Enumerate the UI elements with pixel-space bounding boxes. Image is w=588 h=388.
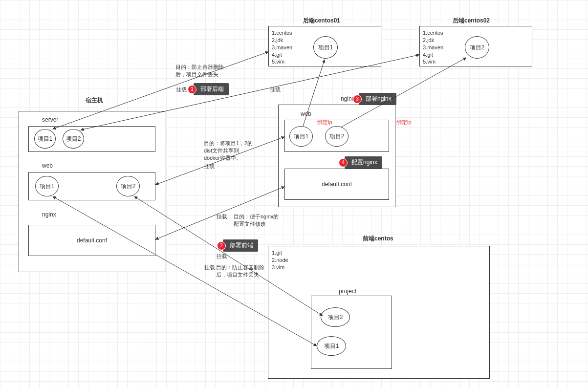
host-default-conf-box: default.conf <box>28 225 155 256</box>
backend1-list: 1.centos 2.jdk 3.maven 4.git 5.vim <box>272 29 292 65</box>
callout-deploy-backend: 1 部署后端 <box>188 83 229 95</box>
frontend-list: 1.git 2.node 3.vim <box>272 249 288 271</box>
backend1-title: 后端centos01 <box>303 17 340 25</box>
mount-label-2: 挂载 <box>270 86 281 93</box>
host-web-project1: 项目1 <box>35 176 59 196</box>
note-dist-share: 目的：将项目1，2的 dist文件共享到 docker容器中。 <box>204 140 253 162</box>
host-web-project2: 项目2 <box>116 176 140 196</box>
diagram-canvas: 宿主机 server 项目1 项目2 web 项目1 项目2 nginx def… <box>0 0 588 388</box>
mount-label-3: 挂载 <box>204 163 215 170</box>
host-server-project1: 项目1 <box>34 129 56 149</box>
nginx-project1: 项目1 <box>289 126 313 147</box>
frontend-project1: 项目1 <box>317 336 346 356</box>
note-conf-edit: 目的：便于nginx的 配置文件修改 <box>234 213 279 228</box>
backend2-list: 1.centos 2.jdk 3.maven 4.git 5.vim <box>423 29 443 65</box>
host-default-conf-text: default.conf <box>77 237 107 244</box>
mount-label-4: 挂载 <box>217 213 227 220</box>
callout-badge-2: 2 <box>217 241 226 250</box>
callout-tag-2: 部署前端 <box>223 239 258 252</box>
mount-label-1: 挂载 <box>176 86 187 93</box>
callout-badge-4: 4 <box>339 158 348 167</box>
mount-label-6: 挂载 <box>204 264 215 271</box>
host-web-title: web <box>42 162 53 169</box>
bind-ip-label-1: 绑定ip <box>317 119 332 126</box>
note-backend-purpose: 目的：防止容器删除 后，项目文件丢失 <box>175 64 224 78</box>
nginx-web-title: web <box>301 110 311 117</box>
callout-tag-4: 配置nginx <box>345 156 382 169</box>
host-server-project2: 项目2 <box>63 129 84 149</box>
note-frontend-purpose: 目的：防止容器删除 后，项目文件丢失 <box>216 264 264 279</box>
host-title: 宿主机 <box>86 96 103 105</box>
mount-label-5: 挂载 <box>217 253 227 260</box>
frontend-title: 前端centos <box>363 235 393 243</box>
frontend-project-title: project <box>339 288 356 295</box>
nginx-project2: 项目2 <box>325 126 348 147</box>
backend2-project2: 项目2 <box>465 36 489 59</box>
bind-ip-label-2: 绑定ip <box>396 119 412 126</box>
frontend-project2: 项目2 <box>321 307 350 327</box>
nginx-default-conf-text: default.conf <box>322 181 352 188</box>
callout-deploy-frontend: 2 部署前端 <box>217 239 258 252</box>
callout-config-nginx: 4 配置nginx <box>339 156 382 169</box>
nginx-default-conf-box: default.conf <box>284 169 389 200</box>
backend2-title: 后端centos02 <box>453 17 490 25</box>
host-nginx-title: nginx <box>42 211 56 218</box>
callout-badge-3: 3 <box>353 95 362 104</box>
callout-tag-1: 部署后端 <box>194 83 229 95</box>
host-server-title: server <box>42 116 58 123</box>
callout-badge-1: 1 <box>188 85 196 94</box>
backend1-project1: 项目1 <box>313 36 338 59</box>
frontend-project-box <box>311 296 392 369</box>
callout-deploy-nginx: 3 部署nginx <box>353 93 396 105</box>
callout-tag-3: 部署nginx <box>359 93 396 105</box>
